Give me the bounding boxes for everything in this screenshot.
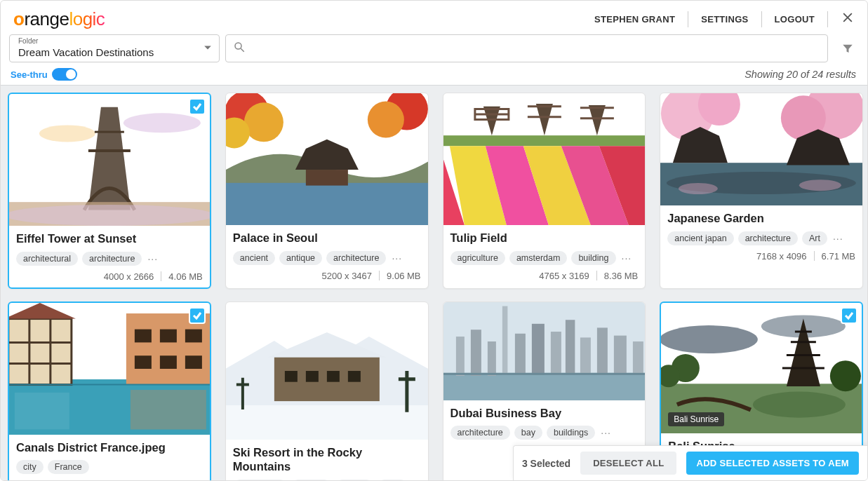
selected-checkbox-icon[interactable] — [189, 307, 206, 324]
svg-point-2 — [39, 125, 95, 142]
more-tags-icon[interactable]: ··· — [832, 233, 845, 244]
svg-rect-55 — [514, 333, 525, 374]
svg-point-41 — [243, 314, 327, 339]
selection-count: 3 Selected — [522, 458, 570, 469]
svg-rect-60 — [596, 327, 607, 374]
tag-chip[interactable]: Art — [802, 231, 827, 245]
search-input-wrap[interactable] — [225, 34, 828, 62]
svg-point-7 — [9, 205, 210, 226]
svg-rect-51 — [455, 337, 464, 376]
more-tags-icon[interactable]: ··· — [146, 253, 159, 264]
asset-card[interactable]: Eiffel Tower at Sunset architecturalarch… — [8, 93, 211, 289]
tag-chip[interactable]: architecture — [738, 231, 798, 245]
tag-chip[interactable]: architecture — [450, 426, 510, 440]
logout-link[interactable]: LOGOUT — [762, 11, 828, 27]
asset-thumbnail[interactable] — [9, 303, 210, 435]
tag-row: architecturalarchitecture··· — [16, 252, 203, 266]
svg-rect-37 — [185, 355, 202, 369]
deselect-all-button[interactable]: DESELECT ALL — [580, 452, 676, 475]
svg-rect-45 — [285, 371, 298, 382]
svg-point-26 — [799, 179, 841, 191]
asset-thumbnail[interactable] — [660, 93, 862, 205]
tag-row: ancient japanarchitectureArt··· — [667, 231, 855, 245]
asset-title: Canals District France.jpeg — [16, 440, 203, 455]
tag-chip[interactable]: alps — [378, 480, 408, 480]
dimensions: 5200 x 3467 — [322, 271, 373, 281]
asset-title: Palace in Seoul — [233, 231, 421, 245]
svg-rect-63 — [443, 372, 646, 374]
svg-rect-36 — [160, 355, 177, 369]
card-body: Ski Resort in the Rocky Mountains Advent… — [226, 440, 428, 480]
tag-chip[interactable]: architectural — [16, 252, 78, 266]
more-tags-icon[interactable]: ··· — [599, 427, 613, 438]
brand-logo: orangelogic — [13, 8, 105, 30]
svg-rect-4 — [88, 149, 131, 152]
svg-point-42 — [334, 309, 404, 328]
file-size: 8.36 MB — [604, 271, 638, 281]
asset-thumbnail[interactable] — [443, 93, 646, 225]
card-body: Palace in Seoul ancientantiquearchitectu… — [226, 225, 428, 287]
asset-card[interactable]: Palace in Seoul ancientantiquearchitectu… — [225, 93, 429, 289]
dimensions: 4765 x 3169 — [539, 271, 589, 281]
selected-checkbox-icon[interactable] — [189, 98, 206, 115]
close-icon[interactable] — [838, 8, 857, 30]
results-count: Showing 20 of 24 results — [745, 69, 856, 80]
filter-icon[interactable] — [836, 37, 859, 60]
asset-card[interactable]: Tulip Field agricultureamsterdambuilding… — [443, 93, 646, 289]
tag-chip[interactable]: antique — [279, 251, 322, 265]
svg-rect-47 — [327, 371, 340, 382]
more-tags-icon[interactable]: ··· — [620, 252, 634, 264]
tag-chip[interactable]: Adventure — [233, 480, 287, 480]
asset-thumbnail[interactable]: Bali Sunrise — [661, 303, 862, 433]
svg-rect-53 — [487, 341, 495, 376]
tag-row: ancientantiquearchitecture··· — [233, 251, 421, 265]
svg-rect-29 — [9, 318, 72, 384]
asset-thumbnail[interactable] — [9, 94, 210, 226]
asset-thumbnail[interactable] — [226, 93, 428, 225]
card-body: Canals District France.jpeg cityFrance — [9, 435, 210, 480]
search-input[interactable] — [251, 43, 820, 55]
asset-thumbnail[interactable] — [226, 302, 428, 440]
tag-chip[interactable]: France — [48, 460, 89, 474]
tag-chip[interactable]: Alaska — [291, 480, 332, 480]
asset-title: Japanese Garden — [667, 211, 855, 226]
tag-chip[interactable]: architecture — [326, 251, 386, 265]
file-size: 4.06 MB — [168, 271, 202, 282]
selected-checkbox-icon[interactable] — [841, 307, 857, 324]
asset-title: Eiffel Tower at Sunset — [16, 231, 203, 246]
svg-point-71 — [830, 360, 861, 391]
tag-chip[interactable]: city — [16, 460, 44, 474]
asset-card[interactable]: Japanese Garden ancient japanarchitectur… — [660, 93, 863, 289]
asset-card[interactable]: Ski Resort in the Rocky Mountains Advent… — [225, 302, 429, 480]
search-icon — [233, 41, 246, 56]
asset-meta: 5200 x 3467 9.06 MB — [233, 271, 421, 281]
svg-point-25 — [679, 183, 718, 194]
tag-chip[interactable]: buildings — [547, 426, 595, 440]
asset-grid: Eiffel Tower at Sunset architecturalarch… — [8, 93, 863, 480]
tag-chip[interactable]: architecture — [82, 252, 142, 266]
tag-chip[interactable]: bay — [514, 426, 542, 440]
asset-card[interactable]: Canals District France.jpeg cityFrance — [8, 302, 211, 480]
asset-grid-scroll[interactable]: Eiffel Tower at Sunset architecturalarch… — [1, 85, 867, 480]
see-thru-label: See-thru — [11, 69, 48, 80]
user-name[interactable]: STEPHEN GRANT — [582, 11, 688, 27]
see-thru-toggle[interactable] — [52, 68, 77, 81]
settings-link[interactable]: SETTINGS — [688, 11, 761, 27]
tag-chip[interactable]: agriculture — [450, 251, 505, 265]
tag-chip[interactable]: ancient — [233, 251, 275, 265]
add-to-aem-button[interactable]: ADD SELECTED ASSETS TO AEM — [686, 452, 859, 475]
svg-rect-54 — [502, 306, 507, 374]
svg-rect-5 — [95, 131, 124, 133]
svg-rect-39 — [131, 390, 206, 429]
svg-rect-48 — [348, 371, 361, 382]
asset-thumbnail[interactable] — [443, 302, 646, 400]
tag-chip[interactable]: building — [571, 251, 615, 265]
tag-chip[interactable]: amsterdam — [509, 251, 568, 265]
tag-chip[interactable]: ancient japan — [667, 231, 733, 245]
more-tags-icon[interactable]: ··· — [390, 252, 403, 264]
folder-select[interactable]: Folder Dream Vacation Destinations — [9, 34, 220, 62]
svg-point-12 — [244, 102, 283, 142]
svg-rect-10 — [306, 170, 348, 186]
tag-chip[interactable]: alpine — [335, 480, 373, 480]
svg-rect-32 — [135, 329, 152, 342]
